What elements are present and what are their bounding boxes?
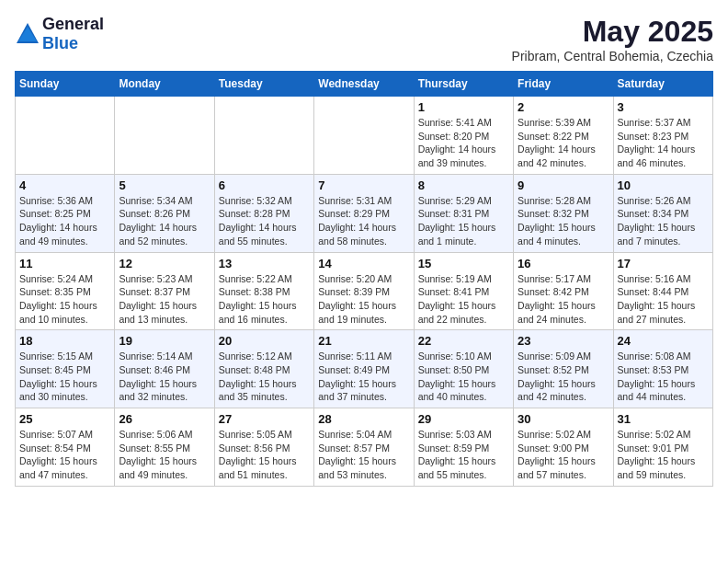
day-number: 30 bbox=[518, 412, 609, 426]
calendar-cell: 2Sunrise: 5:39 AM Sunset: 8:22 PM Daylig… bbox=[514, 97, 613, 175]
column-header-sunday: Sunday bbox=[16, 72, 115, 97]
day-number: 19 bbox=[119, 334, 210, 348]
day-number: 14 bbox=[318, 257, 409, 270]
day-number: 24 bbox=[618, 334, 709, 348]
calendar-cell: 24Sunrise: 5:08 AM Sunset: 8:53 PM Dayli… bbox=[613, 330, 712, 408]
day-info: Sunrise: 5:39 AM Sunset: 8:22 PM Dayligh… bbox=[518, 116, 609, 170]
day-info: Sunrise: 5:12 AM Sunset: 8:48 PM Dayligh… bbox=[219, 350, 310, 404]
day-info: Sunrise: 5:08 AM Sunset: 8:53 PM Dayligh… bbox=[618, 350, 709, 404]
calendar-cell: 16Sunrise: 5:17 AM Sunset: 8:42 PM Dayli… bbox=[514, 252, 613, 330]
day-info: Sunrise: 5:41 AM Sunset: 8:20 PM Dayligh… bbox=[418, 116, 509, 170]
day-number: 29 bbox=[418, 412, 509, 426]
calendar-cell bbox=[115, 97, 214, 175]
logo-icon bbox=[15, 21, 40, 47]
day-info: Sunrise: 5:11 AM Sunset: 8:49 PM Dayligh… bbox=[318, 350, 409, 404]
calendar-cell: 5Sunrise: 5:34 AM Sunset: 8:26 PM Daylig… bbox=[115, 174, 214, 252]
column-header-thursday: Thursday bbox=[414, 72, 513, 97]
calendar-cell: 25Sunrise: 5:07 AM Sunset: 8:54 PM Dayli… bbox=[16, 408, 115, 487]
calendar-cell: 28Sunrise: 5:04 AM Sunset: 8:57 PM Dayli… bbox=[314, 408, 414, 487]
calendar-table: SundayMondayTuesdayWednesdayThursdayFrid… bbox=[15, 71, 713, 487]
day-number: 18 bbox=[19, 334, 110, 348]
calendar-cell: 29Sunrise: 5:03 AM Sunset: 8:59 PM Dayli… bbox=[414, 408, 513, 487]
day-number: 12 bbox=[119, 257, 210, 270]
day-number: 9 bbox=[518, 178, 609, 192]
column-header-monday: Monday bbox=[115, 72, 214, 97]
calendar-cell: 12Sunrise: 5:23 AM Sunset: 8:37 PM Dayli… bbox=[115, 252, 214, 330]
calendar-cell bbox=[314, 97, 414, 175]
column-header-tuesday: Tuesday bbox=[214, 72, 313, 97]
calendar-cell: 15Sunrise: 5:19 AM Sunset: 8:41 PM Dayli… bbox=[414, 252, 513, 330]
day-number: 27 bbox=[219, 412, 310, 426]
day-info: Sunrise: 5:04 AM Sunset: 8:57 PM Dayligh… bbox=[318, 428, 409, 482]
day-info: Sunrise: 5:37 AM Sunset: 8:23 PM Dayligh… bbox=[618, 116, 709, 170]
calendar-cell: 31Sunrise: 5:02 AM Sunset: 9:01 PM Dayli… bbox=[613, 408, 712, 487]
month-title: May 2025 bbox=[512, 15, 713, 49]
calendar-cell: 7Sunrise: 5:31 AM Sunset: 8:29 PM Daylig… bbox=[314, 174, 414, 252]
column-header-friday: Friday bbox=[514, 72, 613, 97]
column-header-wednesday: Wednesday bbox=[314, 72, 414, 97]
calendar-cell: 19Sunrise: 5:14 AM Sunset: 8:46 PM Dayli… bbox=[115, 330, 214, 408]
calendar-cell: 14Sunrise: 5:20 AM Sunset: 8:39 PM Dayli… bbox=[314, 252, 414, 330]
logo: General Blue bbox=[15, 15, 104, 53]
day-info: Sunrise: 5:28 AM Sunset: 8:32 PM Dayligh… bbox=[518, 194, 609, 248]
logo-blue: Blue bbox=[42, 34, 78, 52]
day-number: 22 bbox=[418, 334, 509, 348]
day-number: 16 bbox=[518, 257, 609, 270]
day-info: Sunrise: 5:05 AM Sunset: 8:56 PM Dayligh… bbox=[219, 428, 310, 482]
calendar-cell: 10Sunrise: 5:26 AM Sunset: 8:34 PM Dayli… bbox=[613, 174, 712, 252]
day-number: 26 bbox=[119, 412, 210, 426]
day-info: Sunrise: 5:29 AM Sunset: 8:31 PM Dayligh… bbox=[418, 194, 509, 248]
calendar-cell: 26Sunrise: 5:06 AM Sunset: 8:55 PM Dayli… bbox=[115, 408, 214, 487]
day-info: Sunrise: 5:15 AM Sunset: 8:45 PM Dayligh… bbox=[19, 350, 110, 404]
day-info: Sunrise: 5:32 AM Sunset: 8:28 PM Dayligh… bbox=[219, 194, 310, 248]
calendar-cell: 1Sunrise: 5:41 AM Sunset: 8:20 PM Daylig… bbox=[414, 97, 513, 175]
title-block: May 2025 Pribram, Central Bohemia, Czech… bbox=[512, 15, 713, 63]
day-info: Sunrise: 5:10 AM Sunset: 8:50 PM Dayligh… bbox=[418, 350, 509, 404]
svg-marker-1 bbox=[18, 27, 37, 41]
day-info: Sunrise: 5:22 AM Sunset: 8:38 PM Dayligh… bbox=[219, 272, 310, 327]
day-number: 11 bbox=[19, 257, 110, 270]
calendar-cell: 30Sunrise: 5:02 AM Sunset: 9:00 PM Dayli… bbox=[514, 408, 613, 487]
day-number: 25 bbox=[19, 412, 110, 426]
day-info: Sunrise: 5:02 AM Sunset: 9:00 PM Dayligh… bbox=[518, 428, 609, 482]
day-info: Sunrise: 5:03 AM Sunset: 8:59 PM Dayligh… bbox=[418, 428, 509, 482]
calendar-cell: 27Sunrise: 5:05 AM Sunset: 8:56 PM Dayli… bbox=[214, 408, 313, 487]
day-info: Sunrise: 5:26 AM Sunset: 8:34 PM Dayligh… bbox=[618, 194, 709, 248]
day-number: 6 bbox=[219, 178, 310, 192]
day-number: 31 bbox=[618, 412, 709, 426]
day-info: Sunrise: 5:07 AM Sunset: 8:54 PM Dayligh… bbox=[19, 428, 110, 482]
day-info: Sunrise: 5:19 AM Sunset: 8:41 PM Dayligh… bbox=[418, 272, 509, 327]
calendar-cell: 23Sunrise: 5:09 AM Sunset: 8:52 PM Dayli… bbox=[514, 330, 613, 408]
calendar-cell: 17Sunrise: 5:16 AM Sunset: 8:44 PM Dayli… bbox=[613, 252, 712, 330]
day-number: 20 bbox=[219, 334, 310, 348]
calendar-cell: 6Sunrise: 5:32 AM Sunset: 8:28 PM Daylig… bbox=[214, 174, 313, 252]
day-number: 17 bbox=[618, 257, 709, 270]
day-number: 28 bbox=[318, 412, 409, 426]
day-info: Sunrise: 5:34 AM Sunset: 8:26 PM Dayligh… bbox=[119, 194, 210, 248]
column-header-saturday: Saturday bbox=[613, 72, 712, 97]
calendar-cell: 22Sunrise: 5:10 AM Sunset: 8:50 PM Dayli… bbox=[414, 330, 513, 408]
calendar-cell: 4Sunrise: 5:36 AM Sunset: 8:25 PM Daylig… bbox=[16, 174, 115, 252]
day-number: 10 bbox=[618, 178, 709, 192]
day-info: Sunrise: 5:23 AM Sunset: 8:37 PM Dayligh… bbox=[119, 272, 210, 327]
day-number: 1 bbox=[418, 100, 509, 114]
logo-general: General bbox=[42, 15, 104, 33]
calendar-cell bbox=[16, 97, 115, 175]
calendar-cell bbox=[214, 97, 313, 175]
day-info: Sunrise: 5:20 AM Sunset: 8:39 PM Dayligh… bbox=[318, 272, 409, 327]
calendar-cell: 11Sunrise: 5:24 AM Sunset: 8:35 PM Dayli… bbox=[16, 252, 115, 330]
day-info: Sunrise: 5:14 AM Sunset: 8:46 PM Dayligh… bbox=[119, 350, 210, 404]
day-info: Sunrise: 5:36 AM Sunset: 8:25 PM Dayligh… bbox=[19, 194, 110, 248]
day-number: 7 bbox=[318, 178, 409, 192]
calendar-cell: 13Sunrise: 5:22 AM Sunset: 8:38 PM Dayli… bbox=[214, 252, 313, 330]
page-header: General Blue May 2025 Pribram, Central B… bbox=[15, 15, 713, 63]
calendar-cell: 21Sunrise: 5:11 AM Sunset: 8:49 PM Dayli… bbox=[314, 330, 414, 408]
day-number: 3 bbox=[618, 100, 709, 114]
day-number: 13 bbox=[219, 257, 310, 270]
day-info: Sunrise: 5:17 AM Sunset: 8:42 PM Dayligh… bbox=[518, 272, 609, 327]
day-number: 15 bbox=[418, 257, 509, 270]
day-info: Sunrise: 5:09 AM Sunset: 8:52 PM Dayligh… bbox=[518, 350, 609, 404]
location-subtitle: Pribram, Central Bohemia, Czechia bbox=[512, 49, 713, 63]
day-number: 5 bbox=[119, 178, 210, 192]
calendar-cell: 20Sunrise: 5:12 AM Sunset: 8:48 PM Dayli… bbox=[214, 330, 313, 408]
